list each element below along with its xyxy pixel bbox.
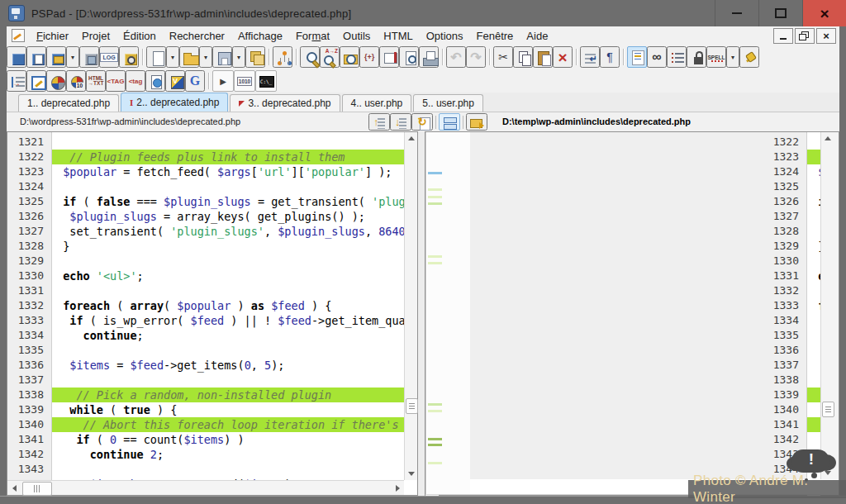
scroll-up-button[interactable] [821,132,834,145]
redo-button[interactable]: ↷ [466,46,486,68]
menu-html[interactable]: HTML [377,28,419,44]
search-button[interactable] [300,46,320,68]
tab-1[interactable]: 1.. deprecated.php [18,94,119,112]
right-code-area[interactable]: // Plugin feeds plus link to install the… [807,132,820,479]
tab-2-active[interactable]: I2.. deprecated.php [121,93,228,112]
file-explorer-button[interactable] [273,46,292,68]
scroll-left-button[interactable] [7,481,21,495]
goto-line-button[interactable]: {+} [359,46,379,68]
hex-editor-button[interactable]: 1010 [234,70,255,92]
stay-on-top-button[interactable] [739,46,759,68]
code-formatter-button[interactable]: ∞ [647,46,667,68]
left-code-pane[interactable]: 1321132213231324132513261327132813291330… [7,131,418,496]
tab-4[interactable]: 4.. user.php [342,94,412,112]
show-control-chars-button[interactable]: ¶ [600,46,620,68]
code-explorer-button[interactable] [26,70,46,92]
text-difference-button[interactable]: → [7,70,26,92]
syntax-highlighting-button[interactable] [627,46,647,68]
menu-fenetre[interactable]: Fenêtre [470,28,520,44]
code-line [807,343,820,358]
scrollbar-thumb[interactable] [22,482,52,496]
horizontal-split-button[interactable] [439,113,460,131]
left-code-area[interactable]: // Plugin feeds plus link to install the… [52,132,404,480]
minimize-button[interactable] [715,0,758,26]
menu-format[interactable]: Format [289,28,336,44]
copy-difference-button[interactable] [466,113,487,131]
tags-uppercase-button[interactable]: <TAG [106,70,126,92]
mdi-minimize-button[interactable] [773,28,793,44]
replace-button[interactable]: A→Z [320,46,340,68]
diff-marker-icon: I [130,97,133,107]
html-to-text-button[interactable]: HTML →TXT [86,70,106,92]
tags-lowercase-button[interactable]: <tag [126,70,145,92]
new-project-button[interactable] [26,46,46,68]
log-window-button[interactable]: LOG [99,46,119,68]
open-file-button[interactable] [179,46,199,68]
delete-button[interactable]: × [553,46,573,68]
scroll-right-button[interactable] [391,481,404,495]
word-wrap-button[interactable]: ↵ [580,46,600,68]
scrollbar-thumb[interactable] [406,398,418,414]
scrollbar-thumb[interactable] [822,402,834,417]
pane-divider[interactable] [418,131,425,496]
open-project-button[interactable] [7,46,26,68]
pspad-window: PSPad - [D:\wordpress-531fr\wp-admin\inc… [0,0,846,504]
scroll-down-button[interactable] [405,468,417,480]
diff-overview-ruler[interactable] [425,132,470,494]
recompare-button[interactable]: ↻ [411,113,433,131]
cut-button[interactable]: ✂ [493,46,513,68]
color-converter-button[interactable]: 10 [66,70,86,92]
menu-projet[interactable]: Projet [75,28,116,44]
add-to-project-button[interactable] [46,46,66,68]
menu-rechercher[interactable]: Rechercher [163,28,231,44]
maximize-button[interactable] [758,0,802,26]
next-difference-button[interactable]: ↓ [390,113,411,131]
line-numbers-button[interactable] [667,46,687,68]
save-file-dropdown-button[interactable]: ▾ [232,46,245,68]
close-button[interactable]: × [802,0,846,26]
menu-options[interactable]: Options [420,28,470,44]
menu-affichage[interactable]: Affichage [231,28,289,44]
google-search-button[interactable]: G [185,70,205,92]
toolbar-separator [435,116,436,129]
dos-console-button[interactable]: C:\_ [255,70,277,92]
menu-edition[interactable]: Édition [116,28,163,44]
paste-button[interactable] [533,46,553,68]
spell-check-button[interactable]: SPELL [706,46,726,68]
mdi-restore-button[interactable] [795,28,815,44]
project-dropdown-button[interactable]: ▾ [66,46,79,68]
right-code-pane[interactable]: 1322132313241325132613271328132913301331… [425,131,839,496]
topstyle-button[interactable]: V [165,70,185,92]
previous-difference-button[interactable]: ↑ [368,113,390,131]
color-picker-button[interactable] [46,70,66,92]
open-file-dropdown-button[interactable]: ▾ [199,46,212,68]
run-script-button[interactable]: ▶ [212,70,234,92]
tab-3[interactable]: 3.. deprecated.php [230,94,340,112]
browser-preview-button[interactable] [145,70,165,92]
line-number: 1322 [470,135,806,150]
menu-aide[interactable]: Aide [520,28,554,44]
tab-5[interactable]: 5.. user.php [413,94,483,112]
title-bar[interactable]: PSPad - [D:\wordpress-531fr\wp-admin\inc… [0,0,846,26]
copy-button[interactable] [513,46,533,68]
mdi-close-button[interactable]: × [816,28,836,44]
print-preview-button[interactable] [399,46,419,68]
undo-button[interactable]: ↶ [446,46,466,68]
print-button[interactable] [419,46,439,68]
left-horizontal-scrollbar[interactable] [7,480,404,495]
save-all-button[interactable] [245,46,265,68]
lock-file-button[interactable] [687,46,706,68]
bookmarks-button[interactable] [379,46,399,68]
left-vertical-scrollbar[interactable] [404,132,417,480]
save-file-button[interactable] [212,46,232,68]
right-vertical-scrollbar[interactable] [820,132,839,479]
menu-outils[interactable]: Outils [336,28,377,44]
menu-fichier[interactable]: Fichier [30,28,75,44]
new-file-button[interactable] [146,46,166,68]
new-file-dropdown-button[interactable]: ▾ [166,46,179,68]
find-in-files-button[interactable] [340,46,359,68]
save-project-button[interactable] [79,46,99,68]
scroll-up-button[interactable] [405,132,417,145]
spell-dropdown-button[interactable]: ▾ [726,46,739,68]
project-settings-button[interactable] [119,46,139,68]
